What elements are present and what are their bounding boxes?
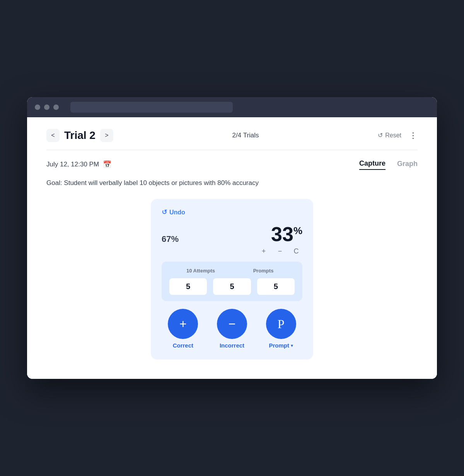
undo-label: Undo [169,209,185,216]
incorrect-icon: − [229,318,236,330]
score-pct: % [293,225,302,236]
minus-control-button[interactable]: − [275,247,285,255]
date-tabs-row: July 12, 12:30 PM 📅 Capture Graph [46,159,418,170]
capture-card: ↺ Undo 67% 33% + − C 10 Attempts Prom [151,199,313,360]
tab-graph[interactable]: Graph [397,160,418,170]
score-right: 33% [271,224,302,244]
address-bar [70,102,233,113]
tabs: Capture Graph [359,159,418,170]
incorrect-button[interactable]: − [217,309,247,339]
plus-control-button[interactable]: + [259,247,268,255]
traffic-light-3 [53,104,59,110]
goal-text: Goal: Student will verbally label 10 obj… [46,178,348,188]
reset-button[interactable]: ↺ Reset [378,132,401,139]
correct-button[interactable]: + [168,309,198,339]
attempts-label: 10 Attempts [169,268,232,274]
trial-title: Trial 2 [64,129,96,142]
prompt-icon: P [278,318,285,330]
date-display: July 12, 12:30 PM 📅 [46,160,111,169]
prompt-button[interactable]: P [266,309,296,339]
browser-content: < Trial 2 > 2/4 Trials ↺ Reset ⋮ July 12… [27,117,437,379]
correct-button-wrap[interactable]: + Correct [162,309,205,349]
incorrect-button-wrap[interactable]: − Incorrect [211,309,254,349]
prompts-count-box: 5 [257,278,295,295]
tab-capture[interactable]: Capture [359,159,386,170]
prompt-button-wrap[interactable]: P Prompt ▾ [259,309,302,349]
correct-count-box: 5 [169,278,207,295]
incorrect-count-box: 5 [213,278,251,295]
action-buttons: + Correct − Incorrect P Prompt [162,309,302,349]
clear-control-button[interactable]: C [292,247,301,255]
header-actions: ↺ Reset ⋮ [378,131,418,140]
more-menu-button[interactable]: ⋮ [409,131,418,140]
browser-window: < Trial 2 > 2/4 Trials ↺ Reset ⋮ July 12… [27,97,437,379]
undo-button[interactable]: ↺ Undo [162,208,185,216]
attempts-header: 10 Attempts Prompts [169,268,295,274]
reset-label: Reset [385,132,401,139]
prompts-label: Prompts [232,268,295,274]
attempts-section: 10 Attempts Prompts 5 5 5 [162,262,302,301]
calendar-icon[interactable]: 📅 [103,160,111,169]
date-text: July 12, 12:30 PM [46,161,99,168]
reset-icon: ↺ [378,132,383,139]
correct-icon: + [179,318,187,330]
attempts-values: 5 5 5 [169,278,295,295]
prev-trial-button[interactable]: < [46,129,60,142]
page-header: < Trial 2 > 2/4 Trials ↺ Reset ⋮ [46,129,418,150]
prompt-label-wrap: Prompt ▾ [269,342,293,349]
prompt-label: Prompt [269,342,289,349]
score-section: 67% 33% [162,224,302,244]
score-controls: + − C [162,247,302,255]
trials-count: 2/4 Trials [232,132,259,139]
incorrect-label: Incorrect [220,342,244,349]
chevron-down-icon: ▾ [291,343,293,348]
browser-titlebar [27,97,437,117]
trial-nav: < Trial 2 > [46,129,113,142]
correct-label: Correct [173,342,193,349]
traffic-light-1 [35,104,40,110]
undo-icon: ↺ [162,208,167,216]
score-value: 33 [271,223,293,245]
traffic-light-2 [44,104,49,110]
score-left: 67% [162,234,179,244]
next-trial-button[interactable]: > [100,129,113,142]
